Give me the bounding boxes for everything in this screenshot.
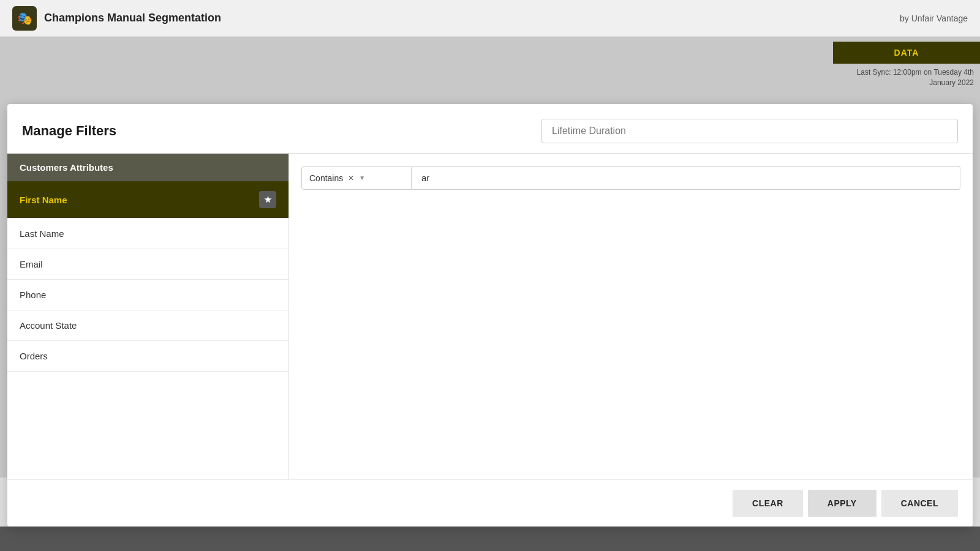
app-brand: 🎭 Champions Manual Segmentation	[12, 6, 221, 31]
sidebar-item-phone[interactable]: Phone	[7, 280, 288, 310]
sidebar-item-label-orders: Orders	[20, 351, 48, 361]
condition-clear-icon[interactable]: ✕	[348, 174, 354, 182]
app-logo: 🎭	[12, 6, 37, 31]
modal-title: Manage Filters	[22, 123, 116, 139]
star-badge-first-name: ★	[259, 191, 276, 208]
cancel-button[interactable]: CANCEL	[881, 490, 958, 517]
condition-dropdown-icon[interactable]: ▼	[359, 174, 365, 181]
sidebar-item-email[interactable]: Email	[7, 249, 288, 280]
sidebar-item-label-first-name: First Name	[20, 195, 67, 205]
sidebar-item-label-email: Email	[20, 259, 43, 269]
last-sync-text: Last Sync: 12:00pm on Tuesday 4th Januar…	[833, 64, 980, 88]
bg-table-row	[0, 527, 980, 551]
clear-button[interactable]: CLEAR	[733, 490, 803, 517]
modal-body: Customers Attributes First Name ★ Last N…	[7, 154, 973, 479]
category-header: Customers Attributes	[7, 154, 288, 181]
byline: by Unfair Vantage	[900, 13, 968, 23]
manage-filters-modal: Manage Filters Customers Attributes Firs…	[7, 104, 973, 527]
sidebar-item-label-phone: Phone	[20, 290, 46, 300]
condition-value-input[interactable]	[412, 166, 960, 190]
sidebar-item-label-account-state: Account State	[20, 320, 77, 331]
condition-operator-select[interactable]: Contains ✕ ▼	[301, 167, 412, 190]
sidebar-item-last-name[interactable]: Last Name	[7, 219, 288, 249]
modal-footer: CLEAR APPLY CANCEL	[7, 479, 973, 527]
sidebar-item-account-state[interactable]: Account State	[7, 310, 288, 341]
filter-content: Contains ✕ ▼	[289, 154, 973, 479]
sidebar-item-first-name[interactable]: First Name ★	[7, 181, 288, 219]
top-bar: 🎭 Champions Manual Segmentation by Unfai…	[0, 0, 980, 37]
apply-button[interactable]: APPLY	[808, 490, 876, 517]
filter-name-input[interactable]	[541, 119, 958, 143]
data-area: DATA Last Sync: 12:00pm on Tuesday 4th J…	[833, 42, 980, 93]
condition-operator-label: Contains	[309, 173, 343, 183]
app-title: Champions Manual Segmentation	[44, 12, 221, 24]
condition-row: Contains ✕ ▼	[301, 166, 960, 190]
data-button[interactable]: DATA	[833, 42, 980, 64]
sidebar-item-label-last-name: Last Name	[20, 228, 64, 239]
sidebar-item-orders[interactable]: Orders	[7, 341, 288, 372]
filter-sidebar: Customers Attributes First Name ★ Last N…	[7, 154, 289, 479]
modal-header: Manage Filters	[7, 104, 973, 154]
